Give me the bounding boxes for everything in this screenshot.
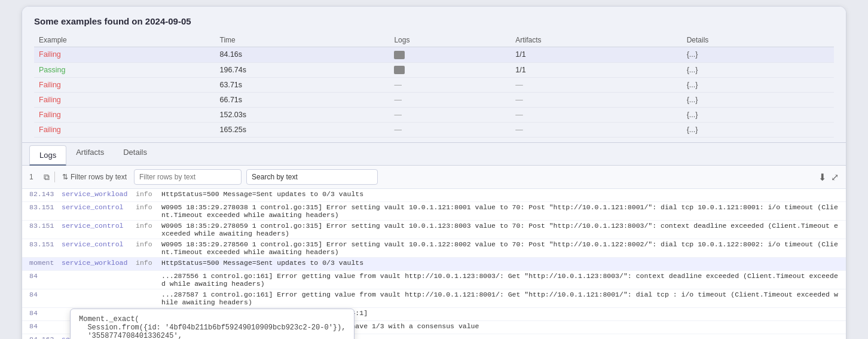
artifacts-dash: — — [515, 126, 523, 134]
examples-section: Some examples found on 2024-09-05 Exampl… — [22, 7, 846, 138]
log-row: 84 ...287556 1 control.go:161] Error get… — [22, 271, 846, 289]
status-label[interactable]: Failing — [39, 96, 61, 104]
examples-table: Example Time Logs Artifacts Details Fail… — [34, 33, 834, 138]
log-service: service_control — [62, 240, 133, 248]
artifacts-value: 1/1 — [515, 50, 525, 59]
log-message: ...287556 1 control.go:161] Error gettin… — [161, 272, 839, 288]
table-row[interactable]: Failing 66.71s — — {...} — [34, 93, 834, 108]
log-level: info — [136, 190, 157, 198]
col-artifacts: Artifacts — [511, 33, 681, 47]
details-value[interactable]: {...} — [687, 50, 698, 59]
log-time: 84 — [29, 291, 59, 298]
log-row: 83.151 service_control info W0905 18:35:… — [22, 202, 846, 221]
tabs-bar: Logs Artifacts Details — [22, 143, 846, 166]
log-time: 84.163 — [29, 335, 59, 339]
log-time: 83.151 — [29, 222, 59, 230]
table-row[interactable]: Failing 165.25s — — {...} — [34, 123, 834, 138]
tab-logs[interactable]: Logs — [29, 145, 66, 166]
expand-button[interactable]: ⤢ — [831, 172, 839, 183]
artifacts-value: 1/1 — [515, 66, 525, 74]
filter-input[interactable] — [134, 169, 242, 185]
table-header-row: Example Time Logs Artifacts Details — [34, 33, 834, 47]
toolbar-divider — [54, 172, 55, 182]
log-row: 83.151 service_control info W0905 18:35:… — [22, 239, 846, 258]
download-button[interactable]: ⬇ — [818, 172, 826, 183]
col-time: Time — [215, 33, 390, 47]
log-level: info — [136, 259, 157, 267]
log-message: W0905 18:35:29.278059 1 control.go:315] … — [161, 222, 839, 237]
artifacts-dash: — — [515, 96, 523, 104]
log-row: 83.151 service_control info W0905 18:35:… — [22, 221, 846, 239]
logs-dash: — — [394, 81, 402, 89]
status-label[interactable]: Failing — [39, 50, 61, 59]
details-value[interactable]: {...} — [687, 81, 698, 89]
log-row: 82.143 service_workload info HttpStatus=… — [22, 189, 846, 202]
log-time: 83.151 — [29, 240, 59, 248]
main-container: Some examples found on 2024-09-05 Exampl… — [22, 6, 846, 339]
table-row[interactable]: Passing 196.74s 1/1 {...} — [34, 62, 834, 78]
status-label[interactable]: Failing — [39, 111, 61, 119]
log-level: info — [136, 222, 157, 230]
log-time: 83.151 — [29, 203, 59, 211]
log-time: moment — [29, 259, 59, 267]
col-example: Example — [34, 33, 215, 47]
table-row[interactable]: Failing 152.03s — — {...} — [34, 108, 834, 123]
time-value: 165.25s — [220, 126, 246, 134]
log-time: 84 — [29, 309, 59, 317]
log-level: info — [136, 203, 157, 211]
details-value[interactable]: {...} — [687, 66, 698, 74]
table-row[interactable]: Failing 84.16s 1/1 {...} — [34, 47, 834, 63]
time-value: 66.71s — [220, 96, 243, 104]
log-service: service_workload — [62, 259, 133, 267]
section-title: Some examples found on 2024-09-05 — [34, 16, 834, 26]
bottom-section: Logs Artifacts Details 1 ⧉ ⇅ Filter rows… — [22, 142, 846, 339]
log-time: 82.143 — [29, 190, 59, 198]
log-row: moment service_workload info HttpStatus=… — [22, 258, 846, 271]
tooltip-box: Moment._exact( Session.from({id: '4bf04b… — [70, 309, 354, 339]
logs-dash: — — [394, 111, 402, 119]
tab-artifacts[interactable]: Artifacts — [66, 143, 114, 166]
time-value: 196.74s — [220, 66, 246, 74]
logs-content[interactable]: 82.143 service_workload info HttpStatus=… — [22, 189, 846, 339]
tab-details[interactable]: Details — [114, 143, 157, 166]
logs-dash: — — [394, 126, 402, 134]
log-service: service_control — [62, 222, 133, 230]
log-time: 84 — [29, 322, 59, 330]
artifacts-dash: — — [515, 81, 523, 89]
log-message: ...287587 1 control.go:161] Error gettin… — [161, 291, 839, 306]
details-value[interactable]: {...} — [687, 126, 698, 134]
col-details: Details — [682, 33, 834, 47]
log-message: W0905 18:35:29.278560 1 control.go:315] … — [161, 240, 839, 256]
time-value: 84.16s — [220, 50, 243, 59]
time-value: 152.03s — [220, 111, 246, 119]
artifacts-dash: — — [515, 111, 523, 119]
log-service: service_control — [62, 203, 133, 211]
table-row[interactable]: Failing 63.71s — — {...} — [34, 78, 834, 93]
filter-button[interactable]: ⇅ Filter rows by text — [60, 172, 129, 182]
logs-icon — [394, 51, 405, 59]
filter-label: Filter rows by text — [71, 173, 127, 181]
search-input[interactable] — [246, 169, 378, 185]
details-value[interactable]: {...} — [687, 96, 698, 104]
logs-icon — [394, 66, 405, 74]
status-label[interactable]: Failing — [39, 81, 61, 89]
log-service: service_workload — [62, 190, 133, 198]
log-message: HttpStatus=500 Message=Sent updates to 0… — [161, 259, 839, 267]
log-time: 84 — [29, 272, 59, 280]
line-count: 1 — [29, 173, 39, 181]
log-level: info — [136, 240, 157, 248]
filter-icon: ⇅ — [62, 173, 68, 181]
col-logs: Logs — [389, 33, 511, 47]
log-row: 84 ...287587 1 control.go:161] Error get… — [22, 289, 846, 308]
toolbar-actions: ⬇ ⤢ — [818, 172, 839, 183]
log-message: W0905 18:35:29.278038 1 control.go:315] … — [161, 203, 839, 219]
log-message: HttpStatus=500 Message=Sent updates to 0… — [161, 190, 839, 198]
details-value[interactable]: {...} — [687, 111, 698, 119]
copy-button[interactable]: ⧉ — [44, 172, 50, 182]
status-label[interactable]: Passing — [39, 66, 65, 74]
logs-dash: — — [394, 96, 402, 104]
status-label[interactable]: Failing — [39, 126, 61, 134]
logs-toolbar: 1 ⧉ ⇅ Filter rows by text ⬇ ⤢ — [22, 166, 846, 189]
time-value: 63.71s — [220, 81, 243, 89]
